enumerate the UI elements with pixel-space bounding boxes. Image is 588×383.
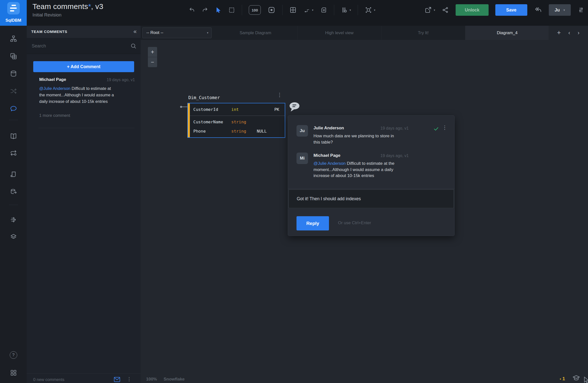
thread-comment: Mi Michael Page 19 days ago, v1 @Julie A… xyxy=(296,153,447,179)
grid-table-icon[interactable] xyxy=(289,6,297,14)
panel-title: TEAM COMMENTS xyxy=(31,29,67,34)
redo-icon[interactable] xyxy=(202,7,208,13)
table-row[interactable]: CustomerId int PK xyxy=(190,103,285,116)
help-button[interactable]: ? xyxy=(10,351,17,359)
sidebar-item-documentation[interactable] xyxy=(10,132,17,140)
new-comments-status: 0 new comments xyxy=(33,377,64,382)
comment-timestamp: 19 days ago, v1 xyxy=(380,125,409,131)
revision-label: Initial Revision xyxy=(32,12,103,18)
thread-menu-icon[interactable]: ⋮ xyxy=(442,125,447,131)
diagram-canvas[interactable]: + − Dim_Customer ⋮ CustomerId int PK Cus… xyxy=(141,40,588,383)
sidebar-item-diagram-explorer[interactable] xyxy=(10,35,17,42)
comment-timestamp: 19 days ago, v1 xyxy=(107,78,135,82)
view-settings-icon[interactable] xyxy=(578,6,585,13)
tab-diagram-4[interactable]: Diagram_4 xyxy=(465,26,549,40)
mention-link[interactable]: @Julie Anderson xyxy=(39,86,70,91)
collapse-panel-icon[interactable]: « xyxy=(133,28,137,35)
align-icon xyxy=(365,6,372,14)
chevron-down-icon: ▾ xyxy=(207,31,208,34)
grid-apps-icon xyxy=(10,369,17,377)
column-type: int xyxy=(231,107,255,112)
sidebar-item-database-objects[interactable] xyxy=(10,52,17,60)
mail-notifications-icon[interactable] xyxy=(114,377,120,383)
comment-body: How much data are we planning to store i… xyxy=(313,133,401,145)
table-dim-customer[interactable]: CustomerId int PK CustomerName string Ph… xyxy=(187,103,285,138)
next-tab-icon[interactable]: › xyxy=(578,30,580,36)
sidebar-item-forward-engineer[interactable] xyxy=(10,188,17,195)
comment-thread-popup: Ju Julie Anderson 19 days ago, v1 How mu… xyxy=(288,115,455,236)
script-page-icon xyxy=(10,171,17,178)
align-objects-tool[interactable]: ▾ xyxy=(365,6,375,14)
tab-sample-diagram[interactable]: Sample Diagram xyxy=(214,26,297,40)
sidebar-item-database[interactable] xyxy=(10,70,17,77)
table-row[interactable]: CustomerName string xyxy=(190,117,285,127)
zoom-out-button[interactable]: − xyxy=(148,57,157,67)
chevron-down-icon: ▾ xyxy=(564,8,565,12)
prev-tab-icon[interactable]: ‹ xyxy=(568,30,570,36)
comment-body[interactable]: @Julie Anderson Difficult to estimate at… xyxy=(39,85,117,105)
divider xyxy=(358,5,358,15)
root-selector-value: -- Root -- xyxy=(146,30,163,35)
sidebar-item-migrations[interactable] xyxy=(10,216,17,223)
export-tool[interactable]: ▾ xyxy=(424,6,435,14)
fit-screen-icon[interactable] xyxy=(268,6,276,14)
statusbar-zoom-level[interactable]: 100% xyxy=(146,377,157,382)
left-icon-rail: ? xyxy=(0,26,27,383)
add-comment-button[interactable]: + Add Comment xyxy=(33,61,134,72)
tab-high-level-view[interactable]: High level view xyxy=(297,26,381,40)
notification-badge[interactable]: ● 1 xyxy=(560,376,565,382)
mention-link[interactable]: @Julie Anderson xyxy=(313,161,346,166)
search-input[interactable] xyxy=(31,38,127,54)
columns-display-tool[interactable]: ▾ xyxy=(341,6,351,13)
unlock-button[interactable]: Unlock xyxy=(456,4,489,16)
zoom-in-button[interactable]: + xyxy=(148,47,157,57)
column-name: CustomerName xyxy=(193,120,231,124)
reply-button[interactable]: Reply xyxy=(296,216,329,230)
app-root: Team comments*, v3 Initial Revision 100 xyxy=(0,0,588,383)
reply-input[interactable] xyxy=(289,190,454,208)
pointer-tool-icon[interactable] xyxy=(215,7,222,13)
reply-shortcut-hint: Or use Ctrl+Enter xyxy=(338,220,371,225)
relationship-tool[interactable]: ▾ xyxy=(303,7,313,13)
sidebar-item-script[interactable] xyxy=(10,171,17,178)
share-icon[interactable] xyxy=(442,6,449,13)
add-diagram-icon[interactable]: + xyxy=(557,29,561,36)
footer-menu-icon[interactable]: ⋮ xyxy=(127,376,132,382)
forward-arrows-icon xyxy=(10,216,17,223)
app-logo[interactable]: SqlDBM xyxy=(0,0,27,26)
column-type: string xyxy=(231,129,255,134)
sidebar-item-environments[interactable] xyxy=(10,233,17,240)
table-row[interactable]: Phone string NULL xyxy=(190,127,285,136)
badge-count: 1 xyxy=(562,376,565,382)
root-selector-dropdown[interactable]: -- Root -- ▾ xyxy=(142,27,212,38)
sidebar-item-convert[interactable] xyxy=(10,87,17,95)
diagram-tabbar: -- Root -- ▾ Sample Diagram High level v… xyxy=(141,26,588,40)
project-title-block: Team comments*, v3 Initial Revision xyxy=(32,2,103,18)
resolve-check-icon[interactable] xyxy=(433,126,439,132)
note-icon[interactable] xyxy=(320,6,327,13)
sidebar-item-revisions[interactable] xyxy=(10,149,17,157)
marquee-select-icon[interactable] xyxy=(228,7,235,13)
pointer-mode-icon[interactable] xyxy=(583,376,588,383)
table-title[interactable]: Dim_Customer xyxy=(188,95,220,100)
table-rows: CustomerId int PK CustomerName string Ph… xyxy=(190,103,285,137)
learn-icon[interactable] xyxy=(572,374,581,383)
zoom-100-button[interactable]: 100 xyxy=(249,5,261,15)
sitemap-icon xyxy=(10,35,17,42)
search-row xyxy=(27,38,141,54)
more-comments-link[interactable]: 1 more comment xyxy=(39,113,70,118)
apps-menu-icon[interactable] xyxy=(10,369,17,377)
statusbar-dialect[interactable]: Snowflake xyxy=(164,377,185,382)
undo-icon[interactable] xyxy=(189,7,195,13)
save-button[interactable]: Save xyxy=(495,4,527,16)
tab-try-it[interactable]: Try It! xyxy=(381,26,465,40)
sidebar-item-team-comments[interactable] xyxy=(10,105,17,112)
table-menu-icon[interactable]: ⋮ xyxy=(277,92,282,98)
user-menu-button[interactable]: Ju ▾ xyxy=(549,4,571,16)
comment-body: @Julie Anderson Difficult to estimate at… xyxy=(313,161,401,179)
revert-icon[interactable] xyxy=(534,6,542,14)
export-icon xyxy=(424,6,432,14)
comment-marker-icon[interactable] xyxy=(289,101,300,112)
book-icon xyxy=(10,132,17,140)
table-accent-stripe xyxy=(188,103,190,137)
